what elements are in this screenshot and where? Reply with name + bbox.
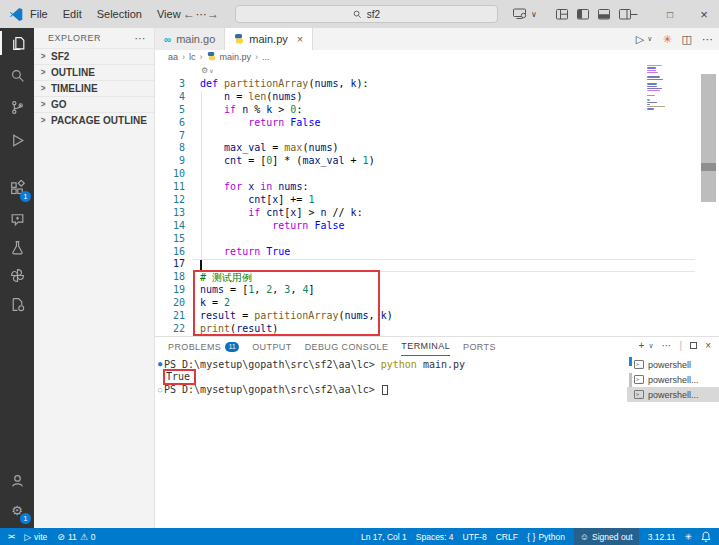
code-text: n = len(nums) (200, 91, 302, 104)
activity-testing[interactable] (0, 235, 34, 259)
code-line[interactable]: 6 return False (155, 117, 719, 130)
notifications-bell[interactable] (701, 528, 711, 545)
close-tab-icon[interactable]: × (297, 33, 303, 45)
code-line[interactable]: 7 (155, 130, 719, 143)
code-line[interactable]: 9 cnt = [0] * (max_val + 1) (155, 155, 719, 168)
new-terminal-icon[interactable]: + (639, 340, 645, 351)
close-panel-icon[interactable]: × (705, 340, 711, 351)
forward-icon[interactable]: → (207, 7, 219, 21)
tab-output[interactable]: OUTPUT (252, 337, 291, 356)
toggle-sidebar-icon[interactable] (577, 9, 589, 20)
more-actions-icon[interactable]: ⋯ (662, 340, 672, 351)
code-text: max_val = max(nums) (200, 142, 339, 155)
breadcrumb-item[interactable]: lc (189, 52, 196, 62)
tab-debug-console[interactable]: DEBUG CONSOLE (305, 337, 389, 356)
close-button[interactable]: × (690, 0, 718, 28)
run-dropdown-icon[interactable]: ∨ (647, 35, 652, 43)
menu-file[interactable]: File (30, 8, 48, 20)
breadcrumb-more[interactable]: ... (262, 52, 270, 62)
tab-ports[interactable]: PORTS (463, 337, 496, 356)
vite-task[interactable]: ▷vite (24, 528, 47, 545)
tab-terminal[interactable]: TERMINAL (401, 337, 450, 356)
chevron-right-icon: › (255, 52, 258, 62)
line-number: 3 (155, 78, 185, 91)
language-mode[interactable]: { }Python (527, 528, 565, 545)
tab-problems[interactable]: PROBLEMS11 (168, 337, 239, 356)
extension-status-icon[interactable]: ✳ (684, 528, 692, 545)
toggle-panel-icon[interactable] (598, 9, 610, 20)
annotation-box-code (193, 270, 380, 336)
customize-layout-icon[interactable] (556, 9, 568, 20)
activity-chat[interactable] (0, 207, 34, 231)
code-lens-gear[interactable]: ⚙∨ (201, 66, 215, 75)
activity-explorer[interactable] (0, 31, 34, 55)
code-line[interactable]: 14 return False (155, 220, 719, 233)
tab-label: main.go (176, 33, 215, 45)
section-timeline[interactable]: >TIMELINE (34, 80, 154, 96)
section-outline[interactable]: >OUTLINE (34, 64, 154, 80)
code-line[interactable]: 12 cnt[x] += 1 (155, 194, 719, 207)
code-line[interactable]: 8 max_val = max(nums) (155, 142, 719, 155)
scrollbar-thumb[interactable] (701, 163, 716, 171)
maximize-panel-icon[interactable] (690, 342, 697, 349)
device-settings[interactable]: ∨ (512, 8, 537, 20)
terminal-item-1[interactable]: >_powershell (627, 357, 719, 372)
terminal-item-2[interactable]: >_powershell... (627, 372, 719, 387)
command-center-search[interactable]: sf2 (235, 5, 498, 23)
indentation[interactable]: Spaces: 4 (416, 528, 454, 545)
code-line[interactable]: 3def partitionArray(nums, k): (155, 78, 719, 91)
encoding[interactable]: UTF-8 (463, 528, 487, 545)
editor-scrollbar[interactable] (701, 74, 716, 202)
run-button[interactable]: ▷ (636, 33, 644, 46)
code-line[interactable]: 15 (155, 233, 719, 246)
section-sf2[interactable]: >SF2 (34, 48, 154, 64)
code-line[interactable]: 5 if n % k > 0: (155, 104, 719, 117)
eol-sequence[interactable]: CRLF (496, 528, 518, 545)
code-text: return True (200, 246, 290, 259)
activity-account[interactable] (0, 468, 34, 492)
back-icon[interactable]: ← (183, 7, 195, 21)
chevron-right-icon: > (39, 68, 47, 78)
minimap[interactable] (647, 65, 671, 111)
activity-settings[interactable]: ⚙1 (0, 498, 34, 522)
terminal-dropdown-icon[interactable]: ∨ (648, 342, 653, 350)
signed-out-status[interactable]: ☺Signed out (574, 528, 639, 545)
terminal-lines[interactable]: ●PS D:\mysetup\gopath\src\sf2\aa\lc> pyt… (156, 358, 624, 396)
split-editor-icon[interactable]: ◫ (682, 33, 692, 46)
more-actions-icon[interactable]: ⋯ (702, 33, 713, 46)
activity-search[interactable] (0, 63, 34, 87)
python-version[interactable]: 3.12.11 (648, 528, 676, 545)
code-line[interactable]: 16 return True (155, 246, 719, 259)
code-line[interactable]: 10 (155, 168, 719, 181)
activity-run-debug[interactable] (0, 128, 34, 152)
sidebar-more-icon[interactable]: ⋯ (135, 32, 147, 45)
minimap-line (647, 102, 657, 103)
extension-action-icon[interactable]: ✳ (662, 33, 671, 46)
terminal-item-3[interactable]: >_powershell... (627, 387, 719, 402)
code-line[interactable]: 11 for x in nums: (155, 181, 719, 194)
minimize-button[interactable]: – (620, 0, 648, 28)
pinwheel-icon (9, 267, 26, 284)
problems-summary[interactable]: ⊘11 ⚠0 (57, 528, 95, 545)
tab-main-py[interactable]: main.py × (225, 28, 313, 50)
tab-main-go[interactable]: ∞ main.go (155, 28, 225, 50)
section-package-outline[interactable]: >PACKAGE OUTLINE (34, 112, 154, 128)
menu-selection[interactable]: Selection (97, 8, 142, 20)
cursor-position[interactable]: Ln 17, Col 1 (361, 528, 407, 545)
menu-edit[interactable]: Edit (63, 8, 82, 20)
activity-extension-b[interactable] (0, 292, 34, 316)
activity-extensions[interactable]: 1 (0, 176, 34, 200)
section-label: SF2 (51, 51, 69, 62)
activity-extension-a[interactable] (0, 263, 34, 287)
run-debug-icon (9, 132, 26, 149)
maximize-button[interactable]: □ (656, 0, 684, 28)
code-editor[interactable]: ⚙∨ 3def partitionArray(nums, k):4 n = le… (155, 63, 719, 336)
breadcrumb-item[interactable]: aa (168, 52, 178, 62)
menu-view[interactable]: View (157, 8, 181, 20)
activity-source-control[interactable] (0, 95, 34, 119)
section-go[interactable]: >GO (34, 96, 154, 112)
remote-indicator-icon[interactable]: >< (8, 528, 14, 545)
code-line[interactable]: 13 if cnt[x] > n // k: (155, 207, 719, 220)
code-line[interactable]: 4 n = len(nums) (155, 91, 719, 104)
breadcrumb-item[interactable]: main.py (220, 52, 252, 62)
